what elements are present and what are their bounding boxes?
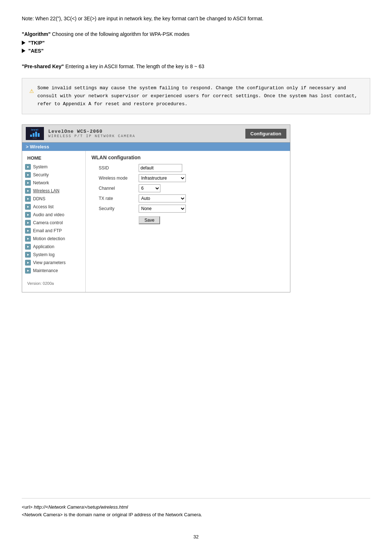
warning-icon: ⚠: [29, 85, 34, 108]
sidebar-icon-audio-video: [25, 212, 31, 218]
ssid-input[interactable]: [139, 164, 182, 172]
warning-text: Some invalid settings may cause the syst…: [37, 84, 363, 108]
camera-logo: level one: [26, 127, 44, 140]
preshared-text: "Pre-shared Key" Entering a key in ASCII…: [22, 62, 370, 70]
wlan-form: SSID Wireless mode Infrastructure: [91, 164, 284, 224]
form-row-ssid: SSID: [91, 164, 284, 172]
sidebar-icon-access-list: [25, 204, 31, 210]
sidebar-icon-motion-detection: [25, 236, 31, 242]
sidebar-item-application[interactable]: Application: [22, 243, 85, 251]
algorithm-aes: "AES": [22, 48, 370, 54]
wireless-mode-value-container: Infrastructure: [139, 174, 284, 182]
camera-subtitle: Wireless P/T IP Network Camera: [48, 134, 245, 138]
page-number: 32: [22, 534, 370, 539]
sidebar-icon-system-log: [25, 252, 31, 258]
url-section: <url> http://<Network Camera>/setup/wire…: [22, 498, 370, 520]
sidebar-icon-email-ftp: [25, 228, 31, 234]
url-value: http://<Network Camera>/setup/wireless.h…: [34, 504, 128, 510]
sidebar-item-maintenance[interactable]: Maintenance: [22, 267, 85, 275]
sidebar-item-wireless-lan[interactable]: Wireless LAN: [22, 187, 85, 195]
save-button[interactable]: Save: [139, 216, 160, 224]
form-row-tx-rate: TX rate Auto: [91, 194, 284, 202]
form-row-security: Security None: [91, 205, 284, 213]
camera-model: LevelOne WCS-2060: [48, 129, 245, 134]
security-label: Security: [91, 206, 139, 211]
sidebar-item-system[interactable]: System: [22, 163, 85, 171]
sidebar-icon-wireless: [25, 188, 31, 194]
form-row-wireless-mode: Wireless mode Infrastructure: [91, 174, 284, 182]
sidebar-icon-ddns: [25, 196, 31, 202]
sidebar-item-ddns[interactable]: DDNS: [22, 195, 85, 203]
algorithm-intro: "Algorithm" Choosing one of the followin…: [22, 31, 370, 37]
wireless-mode-label: Wireless mode: [91, 176, 139, 181]
camera-main: WLAN configuration SSID Wireless mode In…: [86, 151, 290, 292]
tx-rate-select[interactable]: Auto: [139, 194, 186, 202]
algorithm-tkip: "TKIP": [22, 40, 370, 46]
tx-rate-label: TX rate: [91, 196, 139, 201]
sidebar-version: Version: 0200a: [22, 278, 85, 289]
ssid-label: SSID: [91, 165, 139, 171]
sidebar-item-security[interactable]: Security: [22, 171, 85, 179]
url-label: <url>: [22, 504, 33, 510]
camera-sidebar: HOME System Security Network Wireless LA…: [22, 151, 86, 292]
config-label: Configuration: [245, 129, 286, 139]
tx-rate-value-container: Auto: [139, 194, 284, 202]
sidebar-item-view-parameters[interactable]: View parameters: [22, 259, 85, 267]
url-line: <url> http://<Network Camera>/setup/wire…: [22, 504, 370, 510]
form-row-channel: Channel 6: [91, 184, 284, 192]
security-select[interactable]: None: [139, 205, 186, 213]
note-text: Note: When 22("), 3C(<) or 3E(>) are inp…: [22, 15, 370, 22]
sidebar-icon-view-parameters: [25, 260, 31, 266]
sidebar-icon-security: [25, 172, 31, 178]
ssid-value-container: [139, 164, 284, 172]
camera-title-block: LevelOne WCS-2060 Wireless P/T IP Networ…: [48, 129, 245, 138]
wlan-title: WLAN configuration: [91, 155, 284, 160]
warning-box: ⚠ Some invalid settings may cause the sy…: [22, 78, 370, 114]
sidebar-item-system-log[interactable]: System log: [22, 251, 85, 259]
sidebar-item-access-list[interactable]: Access list: [22, 203, 85, 211]
sidebar-item-motion-detection[interactable]: Motion detection: [22, 235, 85, 243]
sidebar-icon-maintenance: [25, 268, 31, 274]
sidebar-icon-system: [25, 164, 31, 170]
channel-select[interactable]: 6: [139, 184, 160, 192]
sidebar-icon-network: [25, 180, 31, 186]
form-row-save: Save: [91, 215, 284, 224]
sidebar-item-network[interactable]: Network: [22, 179, 85, 187]
sidebar-icon-application: [25, 244, 31, 250]
camera-body: HOME System Security Network Wireless LA…: [22, 151, 290, 292]
channel-label: Channel: [91, 186, 139, 191]
channel-value-container: 6: [139, 184, 284, 192]
url-description: <Network Camera> is the domain name or o…: [22, 512, 370, 517]
security-value-container: None: [139, 205, 284, 213]
sidebar-home[interactable]: HOME: [22, 154, 85, 162]
sidebar-item-camera-control[interactable]: Camera control: [22, 219, 85, 227]
sidebar-icon-camera-control: [25, 220, 31, 226]
sidebar-item-email-ftp[interactable]: Email and FTP: [22, 227, 85, 235]
nav-bar: > Wireless: [22, 143, 290, 151]
camera-ui: level one LevelOne WCS-2060 Wireless P/T…: [22, 124, 290, 292]
sidebar-item-audio-video[interactable]: Audio and video: [22, 211, 85, 219]
camera-header: level one LevelOne WCS-2060 Wireless P/T…: [22, 125, 290, 143]
wireless-mode-select[interactable]: Infrastructure: [139, 174, 186, 182]
